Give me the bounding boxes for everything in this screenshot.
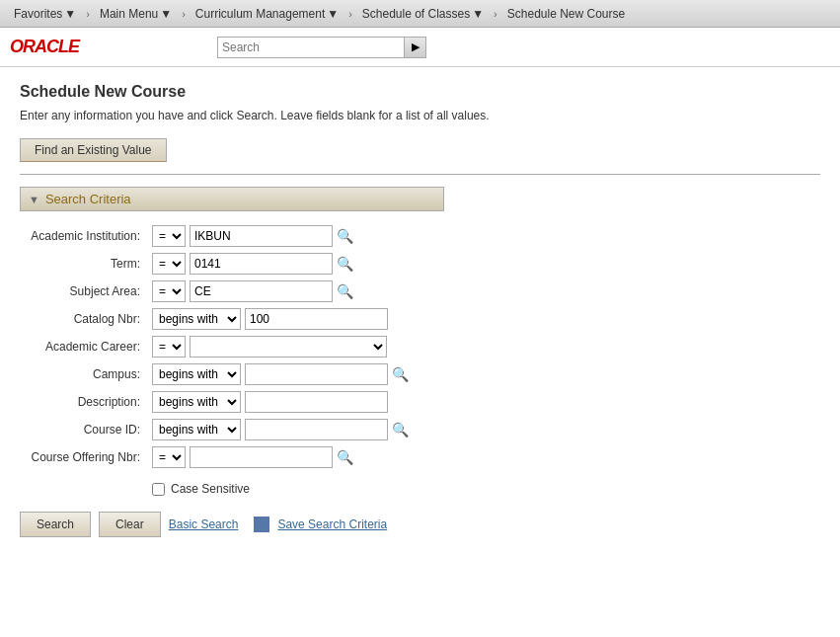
course-offering-nbr-label: Course Offering Nbr: (20, 446, 148, 468)
nav-favorites[interactable]: Favorites ▼ (8, 3, 82, 25)
nav-curriculum[interactable]: Curriculum Management ▼ (190, 3, 344, 25)
course-id-controls: begins with = 🔍 (152, 419, 820, 440)
academic-institution-label: Academic Institution: (20, 225, 148, 247)
case-sensitive-label: Case Sensitive (171, 482, 250, 496)
header-search-area: ▶ (217, 37, 426, 58)
clear-button[interactable]: Clear (99, 512, 161, 537)
subject-area-controls: = 🔍 (152, 280, 820, 302)
nav-sep-3: › (348, 8, 352, 20)
nav-favorites-label: Favorites (14, 7, 62, 21)
basic-search-link[interactable]: Basic Search (169, 518, 239, 531)
campus-lookup-icon[interactable]: 🔍 (392, 366, 409, 382)
term-operator[interactable]: = (152, 253, 186, 275)
subject-area-lookup-icon[interactable]: 🔍 (337, 283, 353, 299)
term-controls: = 🔍 (152, 253, 820, 275)
campus-input[interactable] (245, 363, 388, 385)
nav-sep-4: › (494, 8, 497, 20)
collapse-icon: ▼ (29, 194, 39, 205)
academic-career-label: Academic Career: (20, 336, 148, 358)
main-content: Schedule New Course Enter any informatio… (0, 67, 840, 637)
header-search-input[interactable] (217, 37, 405, 58)
search-form: Academic Institution: = 🔍 Term: = 🔍 Subj… (20, 225, 820, 468)
header-bar: ORACLE ▶ (0, 28, 840, 67)
top-nav: Favorites ▼ › Main Menu ▼ › Curriculum M… (0, 0, 840, 28)
save-search-icon (254, 517, 269, 532)
campus-operator[interactable]: begins with = (152, 363, 241, 385)
header-search-arrow-icon: ▶ (412, 40, 420, 53)
subject-area-input[interactable] (190, 280, 333, 302)
header-search-button[interactable]: ▶ (405, 37, 426, 58)
find-existing-value-tab[interactable]: Find an Existing Value (20, 138, 167, 162)
nav-schedule-of-classes-label: Schedule of Classes (362, 7, 470, 21)
nav-sep-1: › (86, 8, 90, 20)
case-sensitive-row: Case Sensitive (152, 482, 820, 496)
search-button[interactable]: Search (20, 512, 91, 537)
save-search-criteria-link[interactable]: Save Search Criteria (277, 518, 387, 531)
course-id-label: Course ID: (20, 419, 148, 440)
course-offering-nbr-controls: = 🔍 (152, 446, 820, 468)
catalog-nbr-controls: begins with = (152, 308, 820, 330)
description-label: Description: (20, 391, 148, 413)
academic-career-operator[interactable]: = (152, 336, 186, 358)
academic-institution-lookup-icon[interactable]: 🔍 (337, 228, 353, 244)
nav-curriculum-arrow: ▼ (327, 7, 339, 21)
subject-area-label: Subject Area: (20, 280, 148, 302)
search-criteria-section-header[interactable]: ▼ Search Criteria (20, 187, 444, 211)
course-offering-nbr-operator[interactable]: = (152, 446, 186, 468)
academic-institution-operator[interactable]: = (152, 225, 186, 247)
course-offering-nbr-input[interactable] (190, 446, 333, 468)
description-controls: begins with = (152, 391, 820, 413)
academic-institution-input[interactable] (190, 225, 333, 247)
academic-career-controls: = (152, 336, 820, 358)
term-input[interactable] (190, 253, 333, 275)
search-criteria-label: Search Criteria (45, 192, 131, 206)
course-offering-nbr-lookup-icon[interactable]: 🔍 (337, 449, 353, 465)
catalog-nbr-label: Catalog Nbr: (20, 308, 148, 330)
term-lookup-icon[interactable]: 🔍 (337, 256, 353, 272)
nav-favorites-arrow: ▼ (64, 7, 76, 21)
campus-controls: begins with = 🔍 (152, 363, 820, 385)
case-sensitive-checkbox[interactable] (152, 483, 165, 496)
description-operator[interactable]: begins with = (152, 391, 241, 413)
page-title: Schedule New Course (20, 83, 820, 101)
nav-schedule-new-course-label: Schedule New Course (507, 7, 625, 21)
tab-bar: Find an Existing Value (20, 138, 820, 162)
academic-career-select[interactable] (190, 336, 387, 358)
subject-area-operator[interactable]: = (152, 280, 186, 302)
nav-main-menu-arrow: ▼ (160, 7, 172, 21)
nav-sep-2: › (182, 8, 186, 20)
campus-label: Campus: (20, 363, 148, 385)
term-label: Term: (20, 253, 148, 275)
nav-schedule-new-course: Schedule New Course (501, 3, 631, 25)
academic-institution-controls: = 🔍 (152, 225, 820, 247)
nav-main-menu-label: Main Menu (100, 7, 158, 21)
tab-rule (20, 174, 820, 175)
course-id-input[interactable] (245, 419, 388, 440)
bottom-action-bar: Search Clear Basic Search Save Search Cr… (20, 512, 820, 537)
catalog-nbr-operator[interactable]: begins with = (152, 308, 241, 330)
description-input[interactable] (245, 391, 388, 413)
nav-curriculum-label: Curriculum Management (195, 7, 325, 21)
nav-main-menu[interactable]: Main Menu ▼ (94, 3, 178, 25)
course-id-operator[interactable]: begins with = (152, 419, 241, 440)
nav-schedule-of-classes-arrow: ▼ (472, 7, 484, 21)
nav-schedule-of-classes[interactable]: Schedule of Classes ▼ (356, 3, 490, 25)
catalog-nbr-input[interactable] (245, 308, 388, 330)
page-subtitle: Enter any information you have and click… (20, 109, 820, 122)
course-id-lookup-icon[interactable]: 🔍 (392, 422, 409, 438)
oracle-logo: ORACLE (10, 37, 109, 57)
